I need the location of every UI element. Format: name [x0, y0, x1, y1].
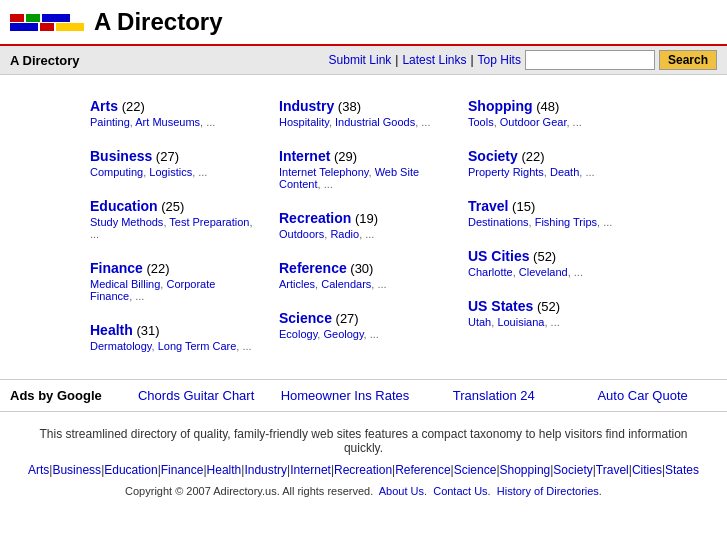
cat-education: Education (25) Study Methods, Test Prepa… [80, 190, 269, 252]
categories-col-1: Industry (38) Hospitality, Industrial Go… [269, 90, 458, 364]
cat-uscities-sub-cleveland[interactable]: Cleveland [519, 266, 568, 278]
cat-travel-link[interactable]: Travel [468, 198, 508, 214]
cat-finance-sub-medical[interactable]: Medical Billing [90, 278, 160, 290]
cat-society-sub-pr[interactable]: Property Rights [468, 166, 544, 178]
footer-link-arts[interactable]: Arts [28, 463, 49, 477]
logo-block-red2 [40, 23, 54, 31]
footer-copyright: Copyright © 2007 Adirectory.us. All righ… [20, 485, 707, 497]
footer-link-shopping[interactable]: Shopping [500, 463, 551, 477]
logo-block-yellow [56, 23, 84, 31]
cat-recreation-link[interactable]: Recreation [279, 210, 351, 226]
logo-block-red [10, 14, 24, 22]
logo-block-blue [42, 14, 70, 22]
cat-usstates: US States (52) Utah, Louisiana, ... [458, 290, 647, 340]
cat-health: Health (31) Dermatology, Long Term Care,… [80, 314, 269, 364]
cat-travel: Travel (15) Destinations, Fishing Trips,… [458, 190, 647, 240]
cat-arts-sub-painting[interactable]: Painting [90, 116, 130, 128]
footer-history[interactable]: History of Directories [497, 485, 599, 497]
cat-education-sub-test[interactable]: Test Preparation [169, 216, 249, 228]
cat-health-sub-ltc[interactable]: Long Term Care [158, 340, 237, 352]
cat-travel-sub-dest[interactable]: Destinations [468, 216, 529, 228]
cat-health-sub-derm[interactable]: Dermatology [90, 340, 152, 352]
ad-link-chords[interactable]: Chords Guitar Chart [122, 388, 271, 403]
cat-science-sub-geo[interactable]: Geology [323, 328, 363, 340]
logo-block-green [26, 14, 40, 22]
cat-usstates-sub-utah[interactable]: Utah [468, 316, 491, 328]
footer-link-society[interactable]: Society [553, 463, 592, 477]
footer-link-science[interactable]: Science [454, 463, 497, 477]
footer-link-states[interactable]: States [665, 463, 699, 477]
cat-science-link[interactable]: Science [279, 310, 332, 326]
cat-science-sub-ecology[interactable]: Ecology [279, 328, 317, 340]
cat-business-sub-computing[interactable]: Computing [90, 166, 143, 178]
footer-about[interactable]: About Us [379, 485, 424, 497]
submit-link[interactable]: Submit Link [329, 53, 392, 67]
cat-education-sub-study[interactable]: Study Methods [90, 216, 163, 228]
footer-link-travel[interactable]: Travel [596, 463, 629, 477]
cat-business-sub-logistics[interactable]: Logistics [149, 166, 192, 178]
cat-shopping-sub-tools[interactable]: Tools [468, 116, 494, 128]
cat-recreation-sub-radio[interactable]: Radio [330, 228, 359, 240]
cat-shopping-link[interactable]: Shopping [468, 98, 533, 114]
footer-link-reference[interactable]: Reference [395, 463, 450, 477]
ad-link-translation[interactable]: Translation 24 [419, 388, 568, 403]
cat-uscities-link[interactable]: US Cities [468, 248, 529, 264]
footer-link-business[interactable]: Business [52, 463, 101, 477]
cat-society-link[interactable]: Society [468, 148, 518, 164]
cat-arts-link[interactable]: Arts [90, 98, 118, 114]
footer-contact[interactable]: Contact Us [433, 485, 487, 497]
page-header: A Directory [0, 0, 727, 46]
footer-link-industry[interactable]: Industry [244, 463, 287, 477]
main-content: Arts (22) Painting, Art Museums, ... Bus… [0, 75, 727, 379]
cat-health-link[interactable]: Health [90, 322, 133, 338]
footer-link-health[interactable]: Health [207, 463, 242, 477]
footer-link-education[interactable]: Education [104, 463, 157, 477]
cat-industry: Industry (38) Hospitality, Industrial Go… [269, 90, 458, 140]
cat-usstates-link[interactable]: US States [468, 298, 533, 314]
cat-arts: Arts (22) Painting, Art Museums, ... [80, 90, 269, 140]
cat-society-sub-death[interactable]: Death [550, 166, 579, 178]
cat-recreation-sub-out[interactable]: Outdoors [279, 228, 324, 240]
cat-industry-link[interactable]: Industry [279, 98, 334, 114]
cat-finance: Finance (22) Medical Billing, Corporate … [80, 252, 269, 314]
cat-travel-sub-fish[interactable]: Fishing Trips [535, 216, 597, 228]
ad-link-autocar[interactable]: Auto Car Quote [568, 388, 717, 403]
cat-internet-sub-tel[interactable]: Internet Telephony [279, 166, 369, 178]
cat-internet-link[interactable]: Internet [279, 148, 330, 164]
footer-link-internet[interactable]: Internet [290, 463, 331, 477]
cat-reference: Reference (30) Articles, Calendars, ... [269, 252, 458, 302]
footer-link-cities[interactable]: Cities [632, 463, 662, 477]
categories-col-0: Arts (22) Painting, Art Museums, ... Bus… [80, 90, 269, 364]
cat-uscities-sub-charlotte[interactable]: Charlotte [468, 266, 513, 278]
cat-society: Society (22) Property Rights, Death, ... [458, 140, 647, 190]
logo-block-blue2 [10, 23, 38, 31]
footer-link-recreation[interactable]: Recreation [334, 463, 392, 477]
latest-links[interactable]: Latest Links [402, 53, 466, 67]
categories-grid: Arts (22) Painting, Art Museums, ... Bus… [80, 90, 647, 364]
cat-reference-link[interactable]: Reference [279, 260, 347, 276]
cat-education-link[interactable]: Education [90, 198, 158, 214]
cat-finance-link[interactable]: Finance [90, 260, 143, 276]
cat-industry-sub-ig[interactable]: Industrial Goods [335, 116, 415, 128]
cat-business-link[interactable]: Business [90, 148, 152, 164]
footer-description: This streamlined directory of quality, f… [20, 427, 707, 455]
cat-arts-sub-museums[interactable]: Art Museums [135, 116, 200, 128]
top-hits-link[interactable]: Top Hits [478, 53, 521, 67]
search-input[interactable] [525, 50, 655, 70]
page-title: A Directory [94, 8, 222, 36]
cat-shopping-sub-og[interactable]: Outdoor Gear [500, 116, 567, 128]
cat-reference-sub-cal[interactable]: Calendars [321, 278, 371, 290]
cat-industry-sub-hosp[interactable]: Hospitality [279, 116, 329, 128]
cat-reference-sub-articles[interactable]: Articles [279, 278, 315, 290]
cat-usstates-sub-louisiana[interactable]: Louisiana [497, 316, 544, 328]
footer-link-finance[interactable]: Finance [161, 463, 204, 477]
ad-link-homeowner[interactable]: Homeowner Ins Rates [271, 388, 420, 403]
cat-business: Business (27) Computing, Logistics, ... [80, 140, 269, 190]
ads-bar: Ads by Google Chords Guitar Chart Homeow… [0, 379, 727, 412]
cat-science: Science (27) Ecology, Geology, ... [269, 302, 458, 352]
footer: This streamlined directory of quality, f… [0, 412, 727, 512]
logo-icon [10, 14, 84, 31]
search-button[interactable]: Search [659, 50, 717, 70]
cat-internet: Internet (29) Internet Telephony, Web Si… [269, 140, 458, 202]
navbar: A Directory Submit Link | Latest Links |… [0, 46, 727, 75]
